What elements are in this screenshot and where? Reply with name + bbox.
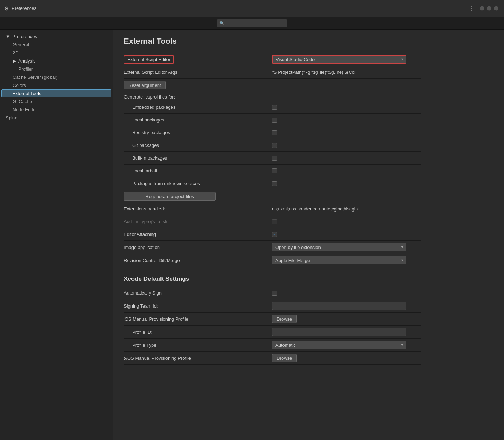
extensions-handled-label: Extensions handled: bbox=[124, 206, 272, 212]
embedded-packages-row: Embedded packages bbox=[124, 101, 421, 114]
sidebar-arrow-icon: ▼ bbox=[6, 34, 10, 39]
analysis-arrow-icon: ▶ bbox=[13, 58, 16, 64]
image-application-row: Image application Open by file extension bbox=[124, 241, 421, 254]
revision-control-dropdown[interactable]: Apple File Merge bbox=[272, 256, 406, 264]
args-text: "$(ProjectPath)" -g "$(File)":$(Line):$(… bbox=[272, 70, 356, 75]
window-menu-icon[interactable]: ⋮ bbox=[469, 5, 474, 12]
args-value: "$(ProjectPath)" -g "$(File)":$(Line):$(… bbox=[272, 70, 421, 75]
sidebar-item-external-tools[interactable]: External Tools bbox=[1, 89, 111, 97]
search-bar: 🔍 bbox=[0, 17, 504, 30]
page-title: External Tools bbox=[124, 37, 421, 46]
profile-type-value: Automatic Manual bbox=[272, 341, 421, 349]
add-unityproj-value bbox=[272, 219, 421, 224]
add-unityproj-checkbox[interactable] bbox=[272, 219, 277, 224]
ios-profile-row: iOS Manual Provisioning Profile Browse bbox=[124, 313, 421, 326]
regenerate-project-files-button[interactable]: Regenerate project files bbox=[124, 192, 216, 201]
reset-argument-button[interactable]: Reset argument bbox=[124, 81, 166, 89]
registry-packages-checkbox[interactable] bbox=[272, 130, 277, 135]
sidebar-root-label: Preferences bbox=[12, 34, 37, 39]
git-packages-row: Git packages bbox=[124, 139, 421, 152]
profile-type-row: Profile Type: Automatic Manual bbox=[124, 339, 421, 352]
external-script-editor-row: External Script Editor Visual Studio Cod… bbox=[124, 53, 421, 66]
registry-packages-value bbox=[272, 130, 421, 135]
tvos-profile-row: tvOS Manual Provisioning Profile Browse bbox=[124, 352, 421, 365]
args-label: External Script Editor Args bbox=[124, 70, 272, 75]
regenerate-button-row: Regenerate project files bbox=[124, 190, 421, 203]
local-tarball-label: Local tarball bbox=[124, 168, 272, 173]
gear-icon: ⚙ bbox=[4, 6, 9, 11]
sidebar-item-spine[interactable]: Spine bbox=[0, 114, 113, 122]
reset-button-row: Reset argument bbox=[124, 79, 421, 91]
content-inner: External Tools External Script Editor Vi… bbox=[113, 30, 431, 372]
close-button[interactable] bbox=[494, 6, 498, 11]
sidebar-item-profiler[interactable]: Profiler bbox=[0, 65, 113, 73]
image-app-dropdown-wrap: Open by file extension bbox=[272, 243, 406, 251]
editor-attaching-checkbox[interactable] bbox=[272, 232, 277, 237]
xcode-section-header: Xcode Default Settings bbox=[124, 275, 421, 283]
external-script-editor-value: Visual Studio Code Visual Studio MonoDev… bbox=[272, 55, 421, 64]
revision-control-label: Revision Control Diff/Merge bbox=[124, 258, 272, 263]
tvos-profile-value: Browse bbox=[272, 354, 421, 362]
built-in-packages-row: Built-in packages bbox=[124, 152, 421, 165]
profile-type-dropdown-wrap: Automatic Manual bbox=[272, 341, 406, 349]
main-layout: ▼ Preferences General 2D ▶ Analysis Prof… bbox=[0, 30, 504, 440]
title-bar-content: ⚙ Preferences bbox=[4, 6, 36, 11]
extensions-handled-row: Extensions handled: cs;uxml;uss;shader;c… bbox=[124, 203, 421, 215]
registry-packages-row: Registry packages bbox=[124, 126, 421, 139]
tvos-browse-button[interactable]: Browse bbox=[272, 354, 297, 362]
local-packages-row: Local packages bbox=[124, 114, 421, 126]
maximize-button[interactable] bbox=[487, 6, 491, 11]
local-packages-checkbox[interactable] bbox=[272, 118, 277, 123]
profile-id-input[interactable] bbox=[272, 328, 406, 336]
script-editor-dropdown[interactable]: Visual Studio Code Visual Studio MonoDev… bbox=[272, 55, 406, 64]
auto-sign-row: Automatically Sign bbox=[124, 287, 421, 299]
editor-attaching-value bbox=[272, 232, 421, 237]
git-packages-label: Git packages bbox=[124, 143, 272, 148]
search-input[interactable] bbox=[226, 21, 285, 26]
profile-id-value bbox=[272, 328, 421, 336]
tvos-profile-label: tvOS Manual Provisioning Profile bbox=[124, 356, 272, 361]
sidebar-item-analysis[interactable]: ▶ Analysis bbox=[0, 57, 113, 65]
sidebar-preferences-root[interactable]: ▼ Preferences bbox=[0, 32, 113, 41]
signing-team-value bbox=[272, 302, 421, 310]
local-packages-label: Local packages bbox=[124, 117, 272, 123]
auto-sign-value bbox=[272, 291, 421, 296]
sidebar-item-colors[interactable]: Colors bbox=[0, 81, 113, 89]
ios-profile-label: iOS Manual Provisioning Profile bbox=[124, 316, 272, 322]
embedded-packages-checkbox[interactable] bbox=[272, 105, 277, 110]
search-icon: 🔍 bbox=[219, 21, 224, 25]
sidebar-item-2d[interactable]: 2D bbox=[0, 49, 113, 57]
image-application-value: Open by file extension bbox=[272, 243, 421, 251]
revision-control-row: Revision Control Diff/Merge Apple File M… bbox=[124, 254, 421, 267]
packages-unknown-label: Packages from unknown sources bbox=[124, 181, 272, 186]
built-in-packages-label: Built-in packages bbox=[124, 155, 272, 161]
sidebar-item-gi-cache[interactable]: GI Cache bbox=[0, 97, 113, 106]
sidebar-item-node-editor[interactable]: Node Editor bbox=[0, 106, 113, 114]
revision-control-value: Apple File Merge bbox=[272, 256, 421, 264]
registry-packages-label: Registry packages bbox=[124, 130, 272, 135]
external-script-editor-label: External Script Editor bbox=[124, 55, 272, 64]
title-bar: ⚙ Preferences ⋮ bbox=[0, 0, 504, 17]
window-title: Preferences bbox=[12, 6, 36, 11]
ios-browse-button[interactable]: Browse bbox=[272, 315, 297, 323]
built-in-packages-value bbox=[272, 156, 421, 161]
image-app-dropdown[interactable]: Open by file extension bbox=[272, 243, 406, 251]
sidebar-item-cache-server[interactable]: Cache Server (global) bbox=[0, 73, 113, 81]
add-unityproj-label: Add .unityproj's to .sln bbox=[124, 219, 272, 224]
signing-team-row: Signing Team Id: bbox=[124, 299, 421, 313]
profile-type-dropdown[interactable]: Automatic Manual bbox=[272, 341, 406, 349]
local-tarball-checkbox[interactable] bbox=[272, 168, 277, 173]
signing-team-input[interactable] bbox=[272, 302, 406, 310]
extensions-text: cs;uxml;uss;shader;compute;cginc;hlsl;gl… bbox=[272, 206, 359, 212]
editor-attaching-label: Editor Attaching bbox=[124, 232, 272, 237]
minimize-button[interactable] bbox=[480, 6, 484, 11]
auto-sign-checkbox[interactable] bbox=[272, 291, 277, 296]
packages-unknown-row: Packages from unknown sources bbox=[124, 177, 421, 190]
add-unityproj-row: Add .unityproj's to .sln bbox=[124, 215, 421, 228]
packages-unknown-checkbox[interactable] bbox=[272, 181, 277, 186]
local-tarball-value bbox=[272, 168, 421, 173]
git-packages-checkbox[interactable] bbox=[272, 143, 277, 148]
window-controls: ⋮ bbox=[469, 5, 498, 12]
sidebar-item-general[interactable]: General bbox=[0, 41, 113, 49]
built-in-packages-checkbox[interactable] bbox=[272, 156, 277, 161]
